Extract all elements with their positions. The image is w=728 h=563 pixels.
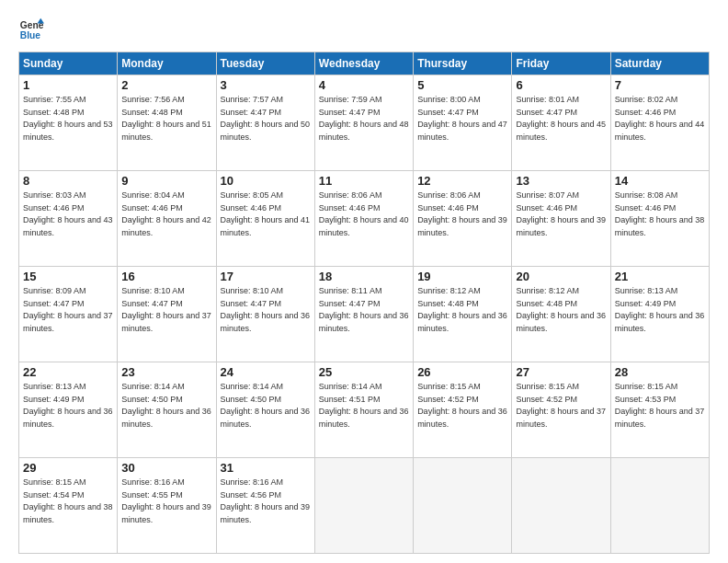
day-info: Sunrise: 8:15 AMSunset: 4:53 PMDaylight:… (615, 381, 705, 431)
calendar-cell: 6Sunrise: 8:01 AMSunset: 4:47 PMDaylight… (512, 75, 610, 171)
calendar-cell: 21Sunrise: 8:13 AMSunset: 4:49 PMDayligh… (610, 267, 709, 362)
calendar-cell: 3Sunrise: 7:57 AMSunset: 4:47 PMDaylight… (216, 75, 314, 171)
day-number: 4 (319, 78, 409, 92)
day-number: 27 (516, 365, 606, 379)
day-number: 9 (121, 174, 211, 188)
calendar-cell: 11Sunrise: 8:06 AMSunset: 4:46 PMDayligh… (314, 171, 413, 267)
day-number: 17 (221, 270, 311, 283)
calendar-header-sunday: Sunday (19, 52, 118, 75)
calendar-cell: 22Sunrise: 8:13 AMSunset: 4:49 PMDayligh… (19, 362, 118, 458)
calendar-week-1: 1Sunrise: 7:55 AMSunset: 4:48 PMDaylight… (19, 75, 710, 171)
day-number: 14 (615, 174, 705, 188)
calendar-cell: 12Sunrise: 8:06 AMSunset: 4:46 PMDayligh… (414, 171, 512, 267)
day-number: 21 (615, 270, 705, 283)
day-info: Sunrise: 8:08 AMSunset: 4:46 PMDaylight:… (615, 190, 705, 239)
calendar-cell: 25Sunrise: 8:14 AMSunset: 4:51 PMDayligh… (314, 362, 413, 458)
calendar-week-2: 8Sunrise: 8:03 AMSunset: 4:46 PMDaylight… (19, 171, 710, 267)
calendar-cell: 2Sunrise: 7:56 AMSunset: 4:48 PMDaylight… (118, 75, 216, 171)
day-info: Sunrise: 8:14 AMSunset: 4:50 PMDaylight:… (221, 381, 311, 431)
header: General Blue (18, 17, 710, 42)
calendar-cell: 9Sunrise: 8:04 AMSunset: 4:46 PMDaylight… (118, 171, 216, 267)
day-info: Sunrise: 7:55 AMSunset: 4:48 PMDaylight:… (23, 94, 113, 144)
day-number: 8 (23, 174, 113, 188)
day-number: 12 (417, 174, 507, 188)
day-info: Sunrise: 8:15 AMSunset: 4:54 PMDaylight:… (23, 477, 113, 526)
calendar-cell: 31Sunrise: 8:16 AMSunset: 4:56 PMDayligh… (216, 458, 314, 554)
logo-icon: General Blue (18, 17, 44, 42)
day-info: Sunrise: 8:15 AMSunset: 4:52 PMDaylight:… (516, 381, 606, 431)
day-info: Sunrise: 8:00 AMSunset: 4:47 PMDaylight:… (417, 94, 507, 144)
day-info: Sunrise: 8:07 AMSunset: 4:46 PMDaylight:… (516, 190, 606, 239)
calendar-cell: 10Sunrise: 8:05 AMSunset: 4:46 PMDayligh… (216, 171, 314, 267)
calendar-cell (414, 458, 512, 554)
day-number: 2 (121, 78, 211, 92)
calendar-week-3: 15Sunrise: 8:09 AMSunset: 4:47 PMDayligh… (19, 267, 710, 362)
day-info: Sunrise: 8:10 AMSunset: 4:47 PMDaylight:… (121, 285, 211, 335)
day-number: 24 (221, 365, 311, 379)
logo: General Blue (18, 17, 44, 42)
day-number: 28 (615, 365, 705, 379)
day-info: Sunrise: 8:06 AMSunset: 4:46 PMDaylight:… (417, 190, 507, 239)
calendar-cell (512, 458, 610, 554)
calendar-cell: 5Sunrise: 8:00 AMSunset: 4:47 PMDaylight… (414, 75, 512, 171)
day-info: Sunrise: 7:57 AMSunset: 4:47 PMDaylight:… (221, 94, 311, 144)
day-number: 16 (121, 270, 211, 283)
day-info: Sunrise: 8:03 AMSunset: 4:46 PMDaylight:… (23, 190, 113, 239)
day-info: Sunrise: 8:14 AMSunset: 4:51 PMDaylight:… (319, 381, 409, 431)
calendar-week-4: 22Sunrise: 8:13 AMSunset: 4:49 PMDayligh… (19, 362, 710, 458)
day-number: 18 (319, 270, 409, 283)
day-number: 25 (319, 365, 409, 379)
calendar-cell: 18Sunrise: 8:11 AMSunset: 4:47 PMDayligh… (314, 267, 413, 362)
calendar-header-thursday: Thursday (414, 52, 512, 75)
day-info: Sunrise: 8:09 AMSunset: 4:47 PMDaylight:… (23, 285, 113, 335)
day-number: 7 (615, 78, 705, 92)
calendar-header-monday: Monday (118, 52, 216, 75)
calendar-cell: 1Sunrise: 7:55 AMSunset: 4:48 PMDaylight… (19, 75, 118, 171)
calendar-cell: 23Sunrise: 8:14 AMSunset: 4:50 PMDayligh… (118, 362, 216, 458)
calendar-cell: 29Sunrise: 8:15 AMSunset: 4:54 PMDayligh… (19, 458, 118, 554)
calendar-cell: 17Sunrise: 8:10 AMSunset: 4:47 PMDayligh… (216, 267, 314, 362)
calendar-cell: 20Sunrise: 8:12 AMSunset: 4:48 PMDayligh… (512, 267, 610, 362)
day-number: 13 (516, 174, 606, 188)
day-info: Sunrise: 7:56 AMSunset: 4:48 PMDaylight:… (121, 94, 211, 144)
calendar-cell: 8Sunrise: 8:03 AMSunset: 4:46 PMDaylight… (19, 171, 118, 267)
day-number: 31 (221, 461, 311, 475)
day-info: Sunrise: 8:16 AMSunset: 4:56 PMDaylight:… (221, 477, 311, 526)
day-info: Sunrise: 8:12 AMSunset: 4:48 PMDaylight:… (516, 285, 606, 335)
day-info: Sunrise: 8:02 AMSunset: 4:46 PMDaylight:… (615, 94, 705, 144)
day-info: Sunrise: 8:11 AMSunset: 4:47 PMDaylight:… (319, 285, 409, 335)
svg-text:Blue: Blue (20, 30, 41, 40)
day-number: 11 (319, 174, 409, 188)
day-number: 30 (121, 461, 211, 475)
calendar-table: SundayMondayTuesdayWednesdayThursdayFrid… (18, 52, 710, 554)
day-info: Sunrise: 8:04 AMSunset: 4:46 PMDaylight:… (121, 190, 211, 239)
day-info: Sunrise: 8:01 AMSunset: 4:47 PMDaylight:… (516, 94, 606, 144)
day-info: Sunrise: 8:13 AMSunset: 4:49 PMDaylight:… (615, 285, 705, 335)
day-number: 6 (516, 78, 606, 92)
day-number: 5 (417, 78, 507, 92)
day-number: 10 (221, 174, 311, 188)
day-number: 20 (516, 270, 606, 283)
calendar-header-friday: Friday (512, 52, 610, 75)
calendar-cell: 4Sunrise: 7:59 AMSunset: 4:47 PMDaylight… (314, 75, 413, 171)
day-number: 23 (121, 365, 211, 379)
day-number: 29 (23, 461, 113, 475)
day-info: Sunrise: 8:16 AMSunset: 4:55 PMDaylight:… (121, 477, 211, 526)
calendar-cell: 26Sunrise: 8:15 AMSunset: 4:52 PMDayligh… (414, 362, 512, 458)
day-info: Sunrise: 8:14 AMSunset: 4:50 PMDaylight:… (121, 381, 211, 431)
day-number: 22 (23, 365, 113, 379)
day-number: 1 (23, 78, 113, 92)
day-number: 3 (221, 78, 311, 92)
day-info: Sunrise: 8:13 AMSunset: 4:49 PMDaylight:… (23, 381, 113, 431)
calendar-cell: 7Sunrise: 8:02 AMSunset: 4:46 PMDaylight… (610, 75, 709, 171)
calendar-cell: 19Sunrise: 8:12 AMSunset: 4:48 PMDayligh… (414, 267, 512, 362)
calendar-cell: 24Sunrise: 8:14 AMSunset: 4:50 PMDayligh… (216, 362, 314, 458)
day-number: 19 (417, 270, 507, 283)
calendar-cell: 15Sunrise: 8:09 AMSunset: 4:47 PMDayligh… (19, 267, 118, 362)
calendar-cell: 27Sunrise: 8:15 AMSunset: 4:52 PMDayligh… (512, 362, 610, 458)
calendar-header-saturday: Saturday (610, 52, 709, 75)
calendar-header-wednesday: Wednesday (314, 52, 413, 75)
day-info: Sunrise: 8:12 AMSunset: 4:48 PMDaylight:… (417, 285, 507, 335)
calendar-header-tuesday: Tuesday (216, 52, 314, 75)
calendar-cell: 28Sunrise: 8:15 AMSunset: 4:53 PMDayligh… (610, 362, 709, 458)
